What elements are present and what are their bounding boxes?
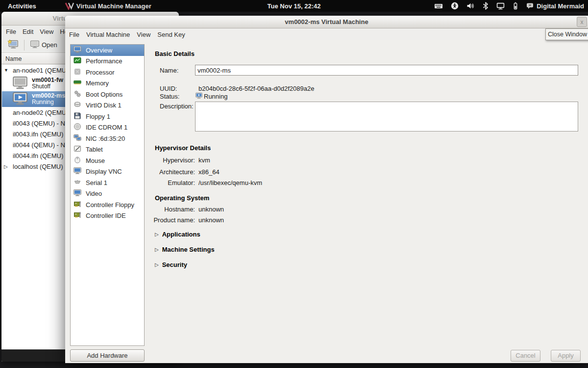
vm-name: vm0001-fw [32,77,63,83]
hardware-item-label: Overview [86,47,112,54]
mouse-icon [74,156,81,165]
pci-card-icon [74,211,81,220]
hardware-item-label: Mouse [86,157,105,164]
hardware-item-processor[interactable]: Processor [71,67,144,78]
vm-running-small-icon [196,92,202,101]
vm-window-title: vm0002-ms Virtual Machine [65,16,588,28]
hostname-value: unknown [198,206,224,213]
hardware-item-ide-cdrom-1[interactable]: IDE CDROM 1 [71,122,144,133]
tree-host-label: an-node01 (QEMU) [13,67,68,74]
cpu-icon [74,68,81,77]
chat-bubble-icon [526,2,534,9]
close-window-tooltip: Close Window [545,28,588,40]
hardware-item-label: Controller IDE [86,212,126,219]
name-label: Name: [160,67,178,74]
hardware-item-label: Boot Options [86,91,122,98]
status-label: Status: [160,93,179,100]
applications-expander[interactable]: ▷ Applications [155,231,200,238]
architecture-label: Architecture: [126,168,195,176]
hardware-item-boot-options[interactable]: Boot Options [71,89,144,100]
vm-window-titlebar[interactable]: vm0002-ms Virtual Machine x [65,16,588,28]
security-expander[interactable]: ▷ Security [155,261,187,268]
display-icon[interactable] [496,2,505,10]
expander-closed-icon[interactable]: ▷ [4,164,8,169]
bluetooth-icon[interactable] [483,2,489,10]
vm-shutoff-icon [13,76,27,91]
hardware-item-label: Tablet [86,146,103,153]
menu-send-key[interactable]: Send Key [157,31,185,38]
hardware-item-label: IDE CDROM 1 [86,124,127,131]
expander-arrow-icon: ▷ [155,247,159,252]
focused-app-indicator[interactable]: Virtual Machine Manager [65,2,151,10]
tree-host-label: localhost (QEMU) [13,163,63,170]
open-vm-icon [30,40,39,50]
expander-arrow-icon: ▷ [155,262,159,267]
menu-edit[interactable]: Edit [23,28,33,35]
uuid-value: b204b0cd-28c6-5f2f-06aa-d0d2f2089a2e [198,85,314,92]
desktop: Activities Virtual Machine Manager Tue N… [0,0,588,368]
activities-button[interactable]: Activities [5,2,39,10]
machine-settings-expander[interactable]: ▷ Machine Settings [155,246,215,253]
vm-state: Running [32,99,65,106]
hardware-item-label: VirtIO Disk 1 [86,102,122,109]
menu-virtual-machine[interactable]: Virtual Machine [86,31,130,38]
vm-menubar: File Virtual Machine View Send Key [65,28,588,40]
volume-icon[interactable] [466,2,475,10]
battery-icon[interactable] [513,2,518,10]
hardware-item-label: Memory [86,79,109,87]
keyboard-icon[interactable] [434,2,443,10]
basic-details-heading: Basic Details [155,50,195,57]
menu-view[interactable]: View [137,31,150,38]
gnome-top-bar: Activities Virtual Machine Manager Tue N… [0,0,588,12]
product-name-label: Product name: [126,216,195,224]
new-vm-button[interactable] [4,38,21,52]
hardware-item-nic-6d-35-20[interactable]: NIC :6d:35:20 [71,133,144,144]
monitor-icon [74,189,81,198]
accessibility-icon[interactable] [451,2,459,10]
hypervisor-label: Hypervisor: [126,157,195,164]
tablet-icon [74,145,81,154]
disk-icon [74,101,81,110]
hypervisor-value: kvm [198,157,210,164]
open-button[interactable]: Open [27,39,60,51]
menu-file[interactable]: File [6,28,16,35]
hardware-item-tablet[interactable]: Tablet [71,144,144,156]
hardware-item-overview[interactable]: Overview [71,45,144,56]
description-textarea[interactable] [195,102,578,131]
vm-running-icon [13,92,27,107]
status-value: Running [204,93,227,100]
add-hardware-button[interactable]: Add Hardware [70,349,145,362]
hardware-item-floppy-1[interactable]: Floppy 1 [71,111,144,122]
toolbar-separator [24,40,24,51]
monitor-icon [74,167,81,176]
user-name: Digital Mermaid [537,2,584,10]
hardware-item-performance[interactable]: Performance [71,56,144,67]
uuid-label: UUID: [160,85,177,92]
user-menu[interactable]: Digital Mermaid [526,2,584,10]
hardware-item-memory[interactable]: Memory [71,78,144,89]
hardware-item-virtio-disk-1[interactable]: VirtIO Disk 1 [71,100,144,111]
hypervisor-details-heading: Hypervisor Details [155,144,211,152]
performance-chart-icon [74,56,81,66]
boot-gears-icon [74,90,81,99]
memory-icon [74,79,81,88]
emulator-value: /usr/libexec/qemu-kvm [198,179,262,186]
monitor-icon [74,46,81,55]
vm-window-content: OverviewPerformanceProcessorMemoryBoot O… [65,40,588,363]
serial-icon [74,178,81,187]
focused-app-title: Virtual Machine Manager [76,2,151,10]
expander-open-icon[interactable]: ▼ [4,68,8,73]
menu-view[interactable]: View [40,28,53,35]
network-icon [74,134,81,143]
hardware-item-video[interactable]: Video [71,188,144,200]
vm-name-input[interactable] [195,65,578,76]
cancel-button[interactable]: Cancel [511,350,540,362]
expander-arrow-icon: ▷ [155,232,159,237]
apply-button[interactable]: Apply [551,350,581,362]
hostname-label: Hostname: [126,206,195,213]
hardware-item-label: Serial 1 [86,179,107,186]
operating-system-heading: Operating System [155,194,209,202]
close-window-button[interactable]: x [577,17,587,27]
menu-file[interactable]: File [69,31,79,38]
architecture-value: x86_64 [198,168,220,176]
